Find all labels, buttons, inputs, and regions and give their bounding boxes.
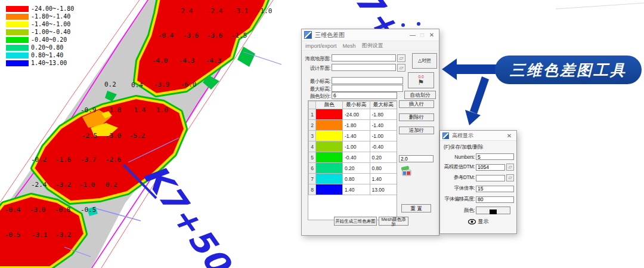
font-color-button[interactable]: [476, 207, 510, 214]
min-header: 最小标高: [343, 101, 370, 109]
auto-divide-button[interactable]: 自动划分: [404, 91, 436, 99]
min-elevation-cell[interactable]: 0.80: [343, 174, 370, 184]
max-elevation-cell[interactable]: -1.00: [370, 131, 397, 141]
legend-color-swatch: [6, 29, 29, 35]
color-header: 颜色: [316, 101, 343, 109]
menu-mesh[interactable]: Mesh: [343, 43, 356, 49]
delete-row-button[interactable]: 删除行: [399, 113, 434, 121]
depth-value: -0.5: [5, 231, 21, 239]
elev-field-input[interactable]: [476, 164, 505, 171]
min-elevation-cell[interactable]: -24.00: [343, 109, 370, 120]
elev-field-input[interactable]: [476, 175, 505, 181]
reset-button[interactable]: 重 置: [401, 204, 431, 212]
depth-value: -3.0: [106, 132, 122, 140]
color-cell[interactable]: [316, 184, 343, 195]
max-elevation-label: 最大标高:: [303, 86, 330, 93]
max-elevation-cell[interactable]: -1.80: [370, 109, 397, 120]
color-table-row: 81.4013.00: [309, 184, 397, 195]
color-cell[interactable]: [316, 174, 343, 184]
color-cell[interactable]: [316, 163, 343, 174]
min-elevation-cell[interactable]: -0.40: [343, 152, 370, 163]
max-elevation-cell[interactable]: 1.40: [370, 174, 397, 184]
dialog-title: 三维色差图: [315, 31, 408, 39]
mesh-color-add-button[interactable]: Mesh颜色添加: [379, 217, 408, 226]
dialog-titlebar[interactable]: 高程显示 ✕: [440, 131, 516, 141]
decor-line: [556, 3, 644, 9]
green-patch: [237, 47, 255, 67]
seabed-surface-input[interactable]: [332, 54, 396, 61]
close-button[interactable]: ✕: [504, 133, 514, 139]
design-pick-icon[interactable]: ▱: [397, 64, 405, 72]
layers-icon[interactable]: [400, 165, 413, 178]
tool-callout-pill: 三维色差图工具: [495, 56, 642, 84]
legend-color-swatch: [6, 60, 29, 66]
color-cell[interactable]: [316, 120, 343, 131]
elev-field-input[interactable]: [476, 186, 514, 192]
insert-row-button[interactable]: 插入行: [399, 100, 434, 108]
max-elevation-input[interactable]: [332, 85, 403, 92]
elev-field-row: 参考DTM:▱: [440, 174, 516, 181]
legend-item: -24.00~-1.80: [6, 5, 74, 13]
color-cell[interactable]: [316, 109, 343, 120]
color-table-row: 70.801.40: [309, 174, 397, 184]
depth-value: -1.8: [106, 106, 122, 114]
min-elevation-cell[interactable]: -1.80: [343, 120, 370, 131]
design-surface-input[interactable]: [332, 64, 396, 71]
max-elevation-cell[interactable]: 0.80: [370, 163, 397, 174]
color-cell[interactable]: [316, 141, 343, 152]
legend-item: -1.40~-1.00: [6, 20, 74, 28]
max-elevation-cell[interactable]: 13.00: [370, 184, 397, 195]
menu-import-export[interactable]: import/export: [305, 43, 337, 49]
max-elevation-cell[interactable]: -0.40: [370, 141, 397, 152]
row-index: 8: [309, 184, 316, 195]
dtm-pick-icon[interactable]: ▱: [506, 164, 514, 171]
dtm-pick-icon[interactable]: ▱: [506, 174, 514, 181]
show-toggle[interactable]: 显示: [440, 218, 516, 226]
elev-field-input[interactable]: [476, 196, 514, 203]
legend-item: -0.40~0.20: [6, 36, 74, 44]
max-elevation-cell[interactable]: -1.40: [370, 120, 397, 131]
color-division-input[interactable]: [332, 92, 397, 99]
append-row-button[interactable]: 追加行: [399, 127, 434, 134]
depth-value: -1.0: [79, 181, 95, 189]
menubar: import/export Mesh 图例设置: [302, 41, 439, 51]
elev-field-input[interactable]: [476, 153, 514, 160]
step-value-input[interactable]: [399, 155, 434, 162]
min-elevation-cell[interactable]: -1.00: [343, 141, 370, 152]
maximize-button[interactable]: □: [417, 32, 427, 38]
generate-map-button[interactable]: 开始生成三维色差图: [334, 217, 377, 226]
depth-value: -5.2: [129, 132, 145, 140]
depth-value: -1.6: [55, 156, 72, 164]
depth-value: 0.4: [131, 81, 143, 89]
depth-value: -3.2: [55, 181, 72, 189]
min-elevation-cell[interactable]: -1.40: [343, 131, 370, 141]
dialog-titlebar[interactable]: 三维色差图 — □ ✕: [302, 29, 439, 41]
measure-flag-button[interactable]: 0.0 ⚑: [408, 72, 434, 88]
app-icon: [304, 31, 312, 39]
color-table-row: 60.200.80: [309, 163, 397, 174]
index-header: [309, 101, 316, 109]
min-elevation-cell[interactable]: 1.40: [343, 184, 370, 195]
min-elevation-input[interactable]: [332, 77, 403, 84]
row-index: 1: [309, 109, 316, 120]
elev-field-label: Numbers:: [442, 154, 475, 160]
save-load-delete-label[interactable]: (F)保存/加载/删除: [440, 141, 516, 152]
color-label: 颜色:: [442, 207, 475, 214]
color-cell[interactable]: [316, 152, 343, 163]
color-cell[interactable]: [316, 131, 343, 141]
legend-range-label: -24.00~-1.80: [31, 5, 74, 12]
close-button[interactable]: ✕: [427, 32, 436, 38]
elev-field-label: 字体倍率:: [442, 185, 475, 192]
min-elevation-cell[interactable]: 0.20: [343, 163, 370, 174]
minimize-button[interactable]: —: [408, 32, 417, 38]
color-table-row: 5-0.400.20: [309, 152, 397, 163]
flag-icon: ⚑: [418, 78, 425, 87]
menu-legend-settings[interactable]: 图例设置: [362, 42, 383, 50]
depth-value: -0.5: [80, 206, 97, 214]
depth-value: -3.9: [154, 81, 170, 88]
seabed-pick-icon[interactable]: ▱: [397, 54, 405, 62]
max-elevation-cell[interactable]: 0.20: [370, 152, 397, 163]
depth-value: -2.4: [31, 181, 47, 189]
delta-compare-button[interactable]: △对照: [412, 53, 437, 69]
min-elevation-label: 最小标高:: [303, 78, 330, 85]
